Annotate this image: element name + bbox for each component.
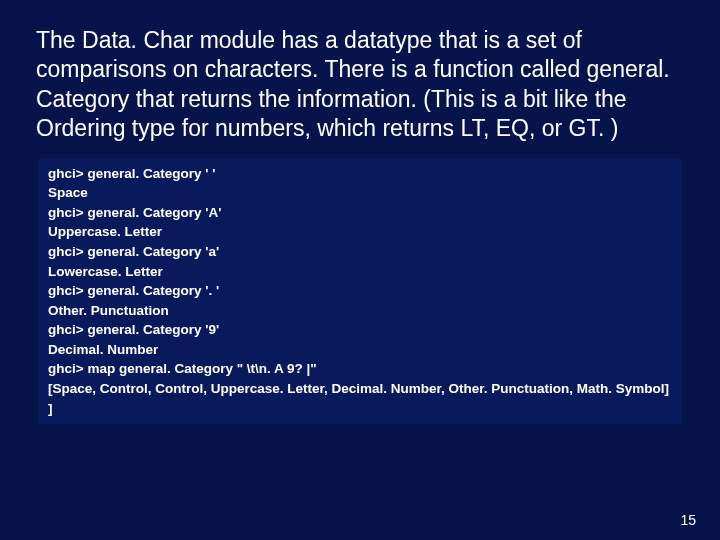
code-block: ghci> general. Category ' ' Space ghci> … bbox=[38, 158, 682, 424]
slide: The Data. Char module has a datatype tha… bbox=[0, 0, 720, 540]
slide-heading: The Data. Char module has a datatype tha… bbox=[36, 26, 680, 144]
page-number: 15 bbox=[680, 512, 696, 528]
